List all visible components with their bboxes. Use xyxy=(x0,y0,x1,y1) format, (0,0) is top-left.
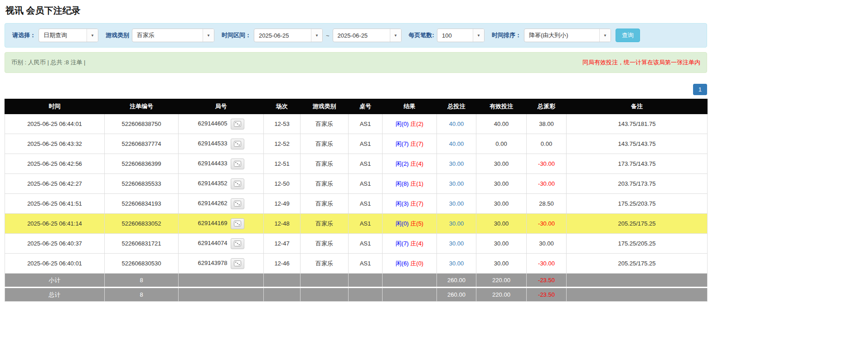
cell-note: 143.75/181.75 xyxy=(567,114,708,134)
dice-icon xyxy=(234,241,241,246)
result-banker: 庄(7) xyxy=(410,200,423,207)
col-result: 结果 xyxy=(383,99,437,114)
cell-time: 2025-06-25 06:44:01 xyxy=(5,114,105,134)
bet-row: 2025-06-25 06:40:01522606830530629143978… xyxy=(5,254,708,274)
col-valid-bet: 有效投注 xyxy=(476,99,527,114)
cell-note: 203.75/173.75 xyxy=(567,174,708,194)
summary-bar: 币别 : 人民币 | 总共 :8 注单 | 同局有效投注，统一计算在该局第一张注… xyxy=(5,52,707,73)
cell-note: 205.25/175.25 xyxy=(567,254,708,274)
cell-session: 12-51 xyxy=(264,154,301,174)
chevron-down-icon[interactable]: ▼ xyxy=(599,29,611,42)
cell-payout: 0.00 xyxy=(527,134,567,154)
cell-time: 2025-06-25 06:43:32 xyxy=(5,134,105,154)
query-type-select[interactable]: 日期查询 ▼ xyxy=(39,29,98,42)
total-valid-bet: 220.00 xyxy=(476,288,527,302)
cell-time: 2025-06-25 06:40:37 xyxy=(5,234,105,254)
total-bet-link[interactable]: 30.00 xyxy=(449,180,464,187)
cell-bet-no: 522606834193 xyxy=(105,194,179,214)
time-range-label: 时间区间： xyxy=(222,31,251,39)
total-bet-link[interactable]: 40.00 xyxy=(449,140,464,147)
result-player: 闲(3) xyxy=(396,200,409,207)
round-detail-button[interactable] xyxy=(231,119,244,130)
empty-cell xyxy=(349,288,383,302)
empty-cell xyxy=(264,288,301,302)
cell-session: 12-46 xyxy=(264,254,301,274)
col-note: 备注 xyxy=(567,99,708,114)
round-detail-button[interactable] xyxy=(231,238,244,249)
cell-bet-no: 522606833052 xyxy=(105,214,179,234)
cell-total-bet: 30.00 xyxy=(437,194,476,214)
search-button[interactable]: 查询 xyxy=(616,29,640,42)
dice-icon xyxy=(234,181,241,187)
result-player: 闲(7) xyxy=(396,240,409,247)
chevron-down-icon[interactable]: ▼ xyxy=(390,29,401,42)
cell-total-bet: 30.00 xyxy=(437,234,476,254)
empty-cell xyxy=(349,274,383,288)
cell-result: 闲(2) 庄(4) xyxy=(383,154,437,174)
total-bet-link[interactable]: 40.00 xyxy=(449,120,464,127)
round-detail-button[interactable] xyxy=(231,139,244,149)
cell-note: 173.75/143.75 xyxy=(567,154,708,174)
bet-row: 2025-06-25 06:40:37522606831721629144074… xyxy=(5,234,708,254)
page: 视讯 会员下注纪录 请选择： 日期查询 ▼ 游戏类别 百家乐 ▼ 时间区间： 2… xyxy=(5,0,707,302)
total-payout: -23.50 xyxy=(527,288,567,302)
round-detail-button[interactable] xyxy=(231,198,244,209)
cell-note: 205.25/175.25 xyxy=(567,214,708,234)
cell-session: 12-47 xyxy=(264,234,301,254)
cell-total-bet: 30.00 xyxy=(437,174,476,194)
empty-cell xyxy=(301,288,349,302)
date-to-select[interactable]: 2025-06-25 ▼ xyxy=(333,29,402,42)
cell-round-no: 629143978 xyxy=(179,254,264,274)
cell-game-type: 百家乐 xyxy=(301,254,349,274)
cell-bet-no: 522606831721 xyxy=(105,234,179,254)
chevron-down-icon[interactable]: ▼ xyxy=(311,29,322,42)
cell-table-no: AS1 xyxy=(349,234,383,254)
date-from-value: 2025-06-25 xyxy=(254,29,311,42)
chevron-down-icon[interactable]: ▼ xyxy=(87,29,98,42)
game-type-select[interactable]: 百家乐 ▼ xyxy=(132,29,214,42)
cell-table-no: AS1 xyxy=(349,254,383,274)
cell-result: 闲(3) 庄(7) xyxy=(383,194,437,214)
summary-currency-count: 币别 : 人民币 | 总共 :8 注单 | xyxy=(11,58,86,67)
col-bet-no: 注单编号 xyxy=(105,99,179,114)
total-bet-link[interactable]: 30.00 xyxy=(449,200,464,207)
round-no-text: 629144605 xyxy=(198,120,227,127)
round-detail-button[interactable] xyxy=(231,159,244,169)
cell-total-bet: 30.00 xyxy=(437,154,476,174)
round-detail-button[interactable] xyxy=(231,258,244,269)
round-detail-button[interactable] xyxy=(231,178,244,189)
cell-round-no: 629144352 xyxy=(179,174,264,194)
cell-valid-bet: 30.00 xyxy=(476,214,527,234)
cell-game-type: 百家乐 xyxy=(301,194,349,214)
cell-game-type: 百家乐 xyxy=(301,234,349,254)
round-no-text: 629144352 xyxy=(198,180,227,187)
sort-order-label: 时间排序： xyxy=(492,31,521,39)
result-player: 闲(2) xyxy=(396,160,409,167)
dice-icon xyxy=(234,221,241,226)
page-1-button[interactable]: 1 xyxy=(693,84,707,95)
date-from-select[interactable]: 2025-06-25 ▼ xyxy=(254,29,323,42)
page-size-select[interactable]: 100 ▼ xyxy=(437,29,485,42)
round-no-text: 629144169 xyxy=(198,220,227,226)
empty-cell xyxy=(179,288,264,302)
total-bet-link[interactable]: 30.00 xyxy=(449,160,464,167)
cell-payout: -30.00 xyxy=(527,174,567,194)
subtotal-valid-bet: 220.00 xyxy=(476,274,527,288)
cell-result: 闲(6) 庄(0) xyxy=(383,254,437,274)
total-bet-link[interactable]: 30.00 xyxy=(449,220,464,227)
cell-session: 12-52 xyxy=(264,134,301,154)
cell-round-no: 629144433 xyxy=(179,154,264,174)
round-no-text: 629144433 xyxy=(198,160,227,167)
cell-table-no: AS1 xyxy=(349,134,383,154)
cell-note: 175.25/205.25 xyxy=(567,234,708,254)
round-no-text: 629144533 xyxy=(198,140,227,147)
cell-round-no: 629144605 xyxy=(179,114,264,134)
chevron-down-icon[interactable]: ▼ xyxy=(473,29,484,42)
chevron-down-icon[interactable]: ▼ xyxy=(203,29,214,42)
total-bet-link[interactable]: 30.00 xyxy=(449,240,464,247)
total-bet-link[interactable]: 30.00 xyxy=(449,260,464,267)
cell-payout: 38.00 xyxy=(527,114,567,134)
round-detail-button[interactable] xyxy=(231,218,244,229)
empty-cell xyxy=(567,274,708,288)
sort-order-select[interactable]: 降幂(由大到小) ▼ xyxy=(524,29,611,42)
